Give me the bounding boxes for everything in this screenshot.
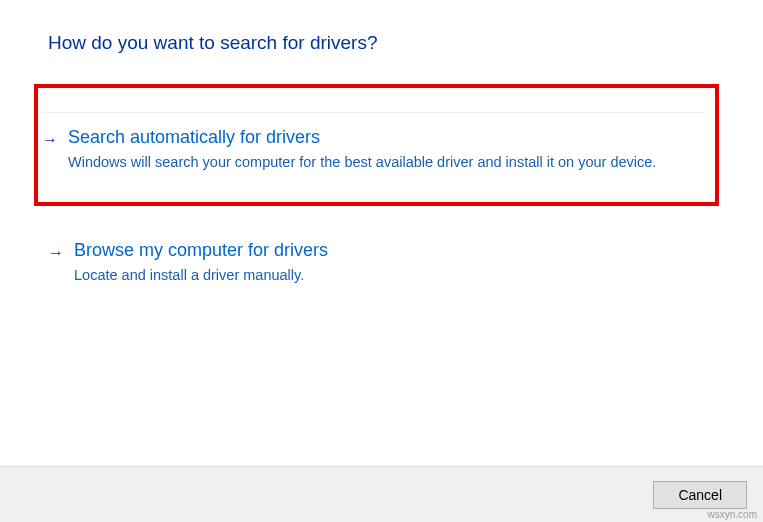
arrow-right-icon: → (42, 131, 58, 149)
highlighted-option-box: → Search automatically for drivers Windo… (34, 84, 719, 206)
page-title: How do you want to search for drivers? (48, 32, 715, 54)
option-description: Windows will search your computer for th… (68, 152, 705, 174)
arrow-right-icon: → (48, 244, 64, 262)
option-description: Locate and install a driver manually. (74, 265, 715, 287)
option-search-automatically[interactable]: → Search automatically for drivers Windo… (42, 106, 705, 174)
watermark: wsxyn.com (708, 509, 757, 520)
option-title: Search automatically for drivers (68, 127, 705, 148)
option-browse-computer[interactable]: → Browse my computer for drivers Locate … (48, 234, 715, 287)
cancel-button[interactable]: Cancel (653, 481, 747, 509)
option-title: Browse my computer for drivers (74, 240, 715, 261)
dialog-footer: Cancel (0, 466, 763, 522)
